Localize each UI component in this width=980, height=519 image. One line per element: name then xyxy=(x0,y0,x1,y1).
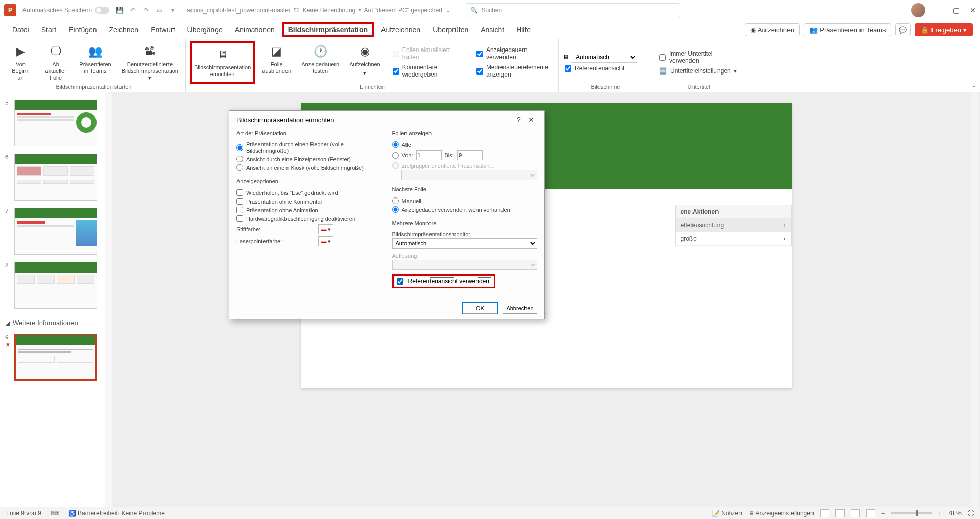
language-button[interactable]: ⌨ xyxy=(51,510,59,517)
radio-speaker[interactable]: Präsentation durch einen Redner (volle B… xyxy=(236,140,382,155)
share-button[interactable]: 🔒 Freigeben ▾ xyxy=(915,23,973,36)
radio-individual[interactable]: Ansicht durch eine Einzelperson (Fenster… xyxy=(236,155,382,163)
custom-show-button[interactable]: 📽Benutzerdefinierte Bildschirmpräsentati… xyxy=(118,41,181,84)
radio-manual[interactable]: Manuell xyxy=(392,196,538,205)
tab-ueberpruefen[interactable]: Überprüfen xyxy=(427,22,473,37)
tab-datei[interactable]: Datei xyxy=(7,22,34,37)
setup-slideshow-button[interactable]: 🖥Bildschirmpräsentation einrichten xyxy=(190,41,255,84)
tab-bildschirmpraesentation[interactable]: Bildschirmpräsentation xyxy=(282,22,374,37)
search-input[interactable]: 🔍 Suchen xyxy=(466,3,680,17)
record-ribbon-button[interactable]: ◉Aufzeichnen▾ xyxy=(346,41,384,84)
undo-icon[interactable]: ↶ xyxy=(129,6,137,14)
laser-color-picker[interactable]: ▬▾ xyxy=(318,236,333,246)
autosave-toggle[interactable]: Automatisches Speichern xyxy=(22,7,109,14)
dialog-close-button[interactable]: ✕ xyxy=(525,116,537,124)
present-teams-button[interactable]: 👥 Präsentieren in Teams xyxy=(804,23,891,36)
slide-thumbnail-8[interactable] xyxy=(14,262,97,309)
normal-view-button[interactable] xyxy=(820,509,829,517)
toggle-switch[interactable] xyxy=(95,7,109,14)
chk-no-animation[interactable]: Präsentation ohne Animation xyxy=(236,206,382,214)
from-spinner[interactable] xyxy=(416,150,442,160)
redo-icon[interactable]: ↷ xyxy=(142,6,150,14)
slideshow-view-button[interactable] xyxy=(866,509,875,517)
ok-button[interactable]: OK xyxy=(463,303,497,314)
canvas-scrollbar[interactable] xyxy=(971,92,978,514)
present-teams-ribbon-button[interactable]: 👥Präsentieren in Teams xyxy=(76,41,114,84)
user-avatar[interactable] xyxy=(911,3,925,17)
monitor-select[interactable]: Automatisch xyxy=(571,52,637,63)
zoom-out-button[interactable]: − xyxy=(881,510,885,517)
narrations-checkbox[interactable]: Kommentare wiedergeben xyxy=(391,63,470,79)
zoom-slider[interactable] xyxy=(891,512,932,514)
presenter-view-dialog-checkbox[interactable] xyxy=(397,278,403,285)
section-options: Anzeigeoptionen xyxy=(236,177,382,185)
tab-aufzeichnen[interactable]: Aufzeichnen xyxy=(376,22,425,37)
close-button[interactable]: ✕ xyxy=(970,6,976,14)
slide-thumbnail-6[interactable] xyxy=(14,154,97,201)
tab-start[interactable]: Start xyxy=(36,22,62,37)
notes-button[interactable]: 📝 Notizen xyxy=(712,510,742,517)
action-item[interactable]: größe› xyxy=(676,232,791,246)
timings-checkbox[interactable]: Anzeigedauern verwenden xyxy=(474,45,554,62)
dialog-titlebar: Bildschirmpräsentation einrichten ? ✕ xyxy=(229,111,544,129)
monitor-select-dialog[interactable]: Automatisch xyxy=(392,238,538,249)
tab-uebergaenge[interactable]: Übergänge xyxy=(182,22,228,37)
media-controls-checkbox[interactable]: Mediensteuerelemente anzeigen xyxy=(474,63,554,79)
save-icon[interactable]: 💾 xyxy=(115,6,124,14)
rehearse-timings-button[interactable]: 🕐Anzeigedauern testen xyxy=(298,41,342,84)
from-current-button[interactable]: 🖵Ab aktueller Folie xyxy=(39,41,73,84)
maximize-button[interactable]: ▢ xyxy=(953,6,960,14)
subtitle-settings-button[interactable]: 🔤 Untertiteleinstellungen ▾ xyxy=(657,66,739,76)
thumbnails-scrollbar[interactable] xyxy=(105,92,112,514)
display-settings-button[interactable]: 🖥 Anzeigeeinstellungen xyxy=(748,510,814,517)
hide-icon: ◪ xyxy=(269,43,285,59)
chevron-down-icon[interactable]: ⌄ xyxy=(445,7,450,14)
dialog-help-button[interactable]: ? xyxy=(513,116,525,124)
ribbon-collapse-button[interactable]: ⌄ xyxy=(969,79,980,92)
from-beginning-button[interactable]: ▶Von Beginn an xyxy=(6,41,35,84)
cancel-button[interactable]: Abbrechen xyxy=(503,303,537,314)
comments-button[interactable]: 💬 xyxy=(895,23,911,36)
tab-animationen[interactable]: Animationen xyxy=(230,22,280,37)
zoom-level[interactable]: 78 % xyxy=(948,510,962,517)
pen-color-picker[interactable]: ▬▾ xyxy=(318,224,333,234)
to-spinner[interactable] xyxy=(457,150,483,160)
minimize-button[interactable]: — xyxy=(936,6,943,14)
radio-kiosk[interactable]: Ansicht an einem Kiosk (volle Bildschirm… xyxy=(236,163,382,172)
slide-thumbnail-7[interactable] xyxy=(14,208,97,255)
monitor-select-icon: 🖥 xyxy=(563,54,569,61)
reading-view-button[interactable] xyxy=(851,509,860,517)
tab-hilfe[interactable]: Hilfe xyxy=(511,22,536,37)
thumb-number: 7 xyxy=(5,208,11,215)
slide-thumbnail-9[interactable] xyxy=(14,334,97,381)
section-header[interactable]: ◢ Weitere Informationen xyxy=(5,319,107,327)
fit-to-window-button[interactable]: ⛶ xyxy=(968,510,974,517)
more-icon[interactable]: ▾ xyxy=(169,6,177,14)
subtitles-checkbox[interactable]: Immer Untertitel verwenden xyxy=(657,49,740,65)
chk-no-narration[interactable]: Präsentation ohne Kommentar xyxy=(236,197,382,206)
radio-timings[interactable]: Anzeigedauer verwenden, wenn vorhanden xyxy=(392,205,538,214)
radio-from-to[interactable]: Von: Bis: xyxy=(392,149,538,161)
tab-einfuegen[interactable]: Einfügen xyxy=(63,22,102,37)
hide-slide-button[interactable]: ◪Folie ausblenden xyxy=(259,41,294,84)
search-icon: 🔍 xyxy=(470,7,478,14)
from-start-icon[interactable]: ▭ xyxy=(155,6,163,14)
sorter-view-button[interactable] xyxy=(835,509,845,517)
tab-entwurf[interactable]: Entwurf xyxy=(146,22,180,37)
play-icon: ▶ xyxy=(12,43,29,59)
record-button[interactable]: ◉ Aufzeichnen xyxy=(745,23,800,36)
slide-thumbnail-5[interactable] xyxy=(14,100,97,146)
action-item[interactable]: ettelausrichtung› xyxy=(676,218,791,232)
tab-ansicht[interactable]: Ansicht xyxy=(475,22,509,37)
radio-all-slides[interactable]: Alle xyxy=(392,140,538,149)
title-bar: P Automatisches Speichern 💾 ↶ ↷ ▭ ▾ acor… xyxy=(0,0,980,20)
chk-no-hwaccel[interactable]: Hardwaregrafikbeschleunigung deaktiviere… xyxy=(236,214,382,223)
chk-loop[interactable]: Wiederholen, bis "Esc" gedrückt wird xyxy=(236,188,382,197)
zoom-in-button[interactable]: + xyxy=(938,510,942,517)
accessibility-status[interactable]: ♿ Barrierefreiheit: Keine Probleme xyxy=(68,510,165,517)
slide-counter[interactable]: Folie 9 von 9 xyxy=(6,510,41,517)
tab-zeichnen[interactable]: Zeichnen xyxy=(104,22,144,37)
actions-header: ene Aktionen xyxy=(676,205,791,218)
group-label-setup: Einrichten xyxy=(360,84,385,91)
presenter-view-checkbox[interactable]: Referentenansicht xyxy=(563,64,626,73)
